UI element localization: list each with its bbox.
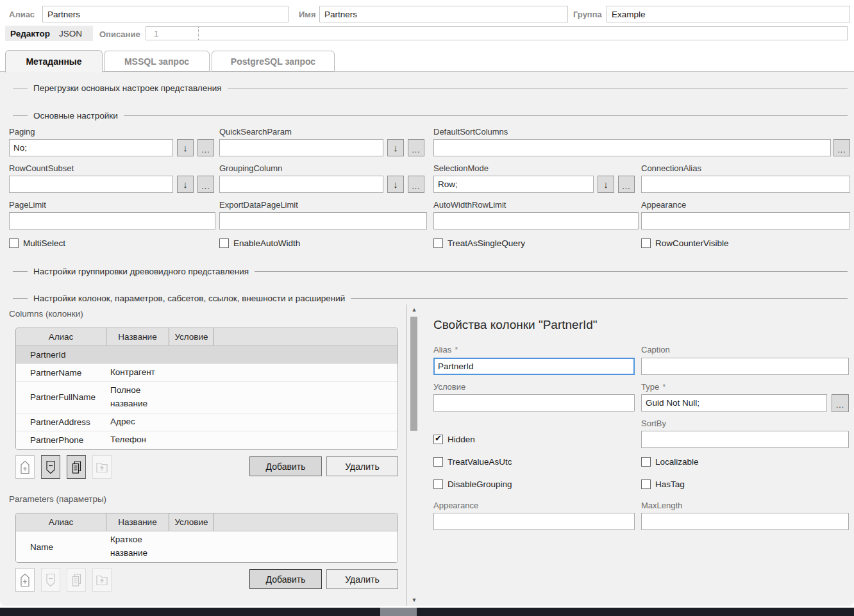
paging-input[interactable] (9, 139, 173, 156)
cell-alias[interactable]: PartnerId (16, 346, 106, 363)
checkbox-box[interactable] (433, 457, 443, 467)
cell-condition[interactable] (169, 364, 214, 381)
defaultsortcolumns-ellipsis-button[interactable]: ... (833, 139, 850, 156)
table-row[interactable]: PartnerId (16, 346, 398, 364)
rowcountsubset-ellipsis-button[interactable]: ... (197, 176, 214, 193)
column-header-name[interactable]: Название (106, 328, 169, 345)
selectionmode-input[interactable] (433, 176, 594, 193)
localizable-checkbox[interactable]: Localizable (641, 457, 699, 467)
checkbox-box[interactable] (433, 479, 443, 489)
cell-condition[interactable] (169, 413, 214, 431)
cell-alias[interactable]: Name (16, 531, 106, 562)
prop-appearance-input[interactable] (433, 513, 635, 530)
column-header-name[interactable]: Название (106, 513, 169, 531)
cell-alias[interactable]: PartnerName (16, 364, 106, 381)
selectionmode-dropdown-button[interactable]: ↓ (598, 176, 614, 193)
parameters-add-tag-button[interactable] (15, 568, 35, 592)
parameters-remove-tag-button[interactable] (41, 568, 60, 592)
column-header-alias[interactable]: Алиас (16, 328, 106, 345)
hastag-checkbox[interactable]: HasTag (641, 479, 685, 489)
table-row[interactable]: PartnerAddress Адрес (16, 413, 398, 431)
columns-remove-tag-button[interactable] (41, 455, 60, 479)
connectionalias-input[interactable] (641, 176, 850, 193)
enableautowidth-checkbox[interactable]: EnableAutoWidth (219, 238, 300, 248)
checkbox-box[interactable] (641, 238, 651, 248)
cell-name[interactable]: Краткое название (106, 531, 169, 562)
prop-type-ellipsis-button[interactable]: ... (832, 394, 849, 412)
checkbox-box[interactable] (9, 238, 19, 248)
quicksearchparam-input[interactable] (219, 139, 383, 156)
cell-name[interactable]: Полное название (106, 382, 169, 413)
cell-condition[interactable] (169, 531, 214, 562)
table-row[interactable]: PartnerFullName Полное название (16, 382, 398, 413)
cell-alias[interactable]: PartnerFullName (16, 382, 106, 413)
groupingcolumn-input[interactable] (219, 176, 383, 193)
treatassinglequery-checkbox[interactable]: TreatAsSingleQuery (433, 238, 525, 248)
cell-condition[interactable] (169, 382, 214, 413)
parameters-delete-button[interactable]: Удалить (326, 569, 398, 589)
prop-alias-input[interactable] (433, 358, 635, 375)
prop-caption-input[interactable] (641, 358, 849, 375)
parameters-folder-upload-button[interactable] (92, 568, 112, 592)
pagelimit-input[interactable] (9, 212, 215, 229)
cell-alias[interactable]: PartnerPhone (16, 431, 106, 449)
cell-name[interactable]: Телефон (106, 431, 169, 449)
columns-add-tag-button[interactable] (15, 455, 35, 479)
prop-sortby-input[interactable] (641, 431, 849, 448)
prop-maxlength-input[interactable] (641, 513, 849, 530)
parameters-copy-button[interactable] (67, 568, 86, 592)
cell-condition[interactable] (169, 431, 214, 449)
autowidthrowlimit-input[interactable] (433, 212, 639, 229)
disablegrouping-checkbox[interactable]: DisableGrouping (433, 479, 512, 489)
groupingcolumn-dropdown-button[interactable]: ↓ (387, 176, 404, 193)
paging-dropdown-button[interactable]: ↓ (177, 139, 194, 156)
checkbox-box[interactable] (433, 435, 443, 444)
name-input[interactable] (319, 6, 568, 22)
cell-name[interactable]: Адрес (106, 413, 169, 431)
parameters-add-button[interactable]: Добавить (249, 569, 322, 589)
prop-condition-input[interactable] (433, 394, 635, 412)
cell-name[interactable] (106, 346, 169, 363)
cell-condition[interactable] (169, 346, 214, 363)
tab-metadata[interactable]: Метаданные (5, 50, 103, 72)
treatvalueasutc-checkbox[interactable]: TreatValueAsUtc (433, 457, 512, 467)
column-header-condition[interactable]: Условие (169, 513, 214, 531)
column-header-alias[interactable]: Алиас (16, 513, 106, 531)
horizontal-scrollbar-thumb[interactable] (380, 608, 417, 616)
checkbox-box[interactable] (433, 238, 443, 248)
defaultsortcolumns-input[interactable] (433, 139, 831, 156)
prop-type-input[interactable] (641, 394, 827, 412)
tab-postgresql-query[interactable]: PostgreSQL запрос (212, 51, 335, 72)
groupingcolumn-ellipsis-button[interactable]: ... (408, 176, 424, 193)
description-input[interactable]: 1 (146, 26, 848, 40)
checkbox-box[interactable] (641, 457, 651, 467)
column-header-condition[interactable]: Условие (169, 328, 214, 345)
tab-mssql-query[interactable]: MSSQL запрос (104, 51, 210, 72)
description-text-cell[interactable] (199, 27, 847, 40)
rowcountsubset-input[interactable] (9, 176, 173, 193)
checkbox-box[interactable] (219, 238, 229, 248)
columns-folder-upload-button[interactable] (92, 455, 112, 479)
scroll-down-button[interactable]: ▼ (409, 595, 419, 604)
exportdatapagelimit-input[interactable] (219, 212, 427, 229)
checkbox-box[interactable] (641, 479, 651, 489)
table-row[interactable]: Name Краткое название (16, 531, 398, 562)
alias-input[interactable] (42, 6, 289, 22)
cell-name[interactable]: Контрагент (106, 364, 169, 381)
quicksearchparam-ellipsis-button[interactable]: ... (408, 139, 424, 156)
multiselect-checkbox[interactable]: MultiSelect (9, 238, 65, 248)
group-input[interactable] (607, 6, 850, 22)
scroll-up-button[interactable]: ▲ (409, 305, 419, 314)
columns-copy-button[interactable] (67, 455, 86, 479)
scrollbar-thumb[interactable] (410, 317, 417, 431)
appearance-input[interactable] (641, 212, 850, 229)
paging-ellipsis-button[interactable]: ... (197, 139, 214, 156)
table-row[interactable]: PartnerPhone Телефон (16, 431, 398, 449)
selectionmode-ellipsis-button[interactable]: ... (618, 176, 635, 193)
cell-alias[interactable]: PartnerAddress (16, 413, 106, 431)
columns-delete-button[interactable]: Удалить (326, 456, 398, 476)
quicksearchparam-dropdown-button[interactable]: ↓ (387, 139, 404, 156)
description-version-cell[interactable]: 1 (146, 27, 199, 40)
columns-add-button[interactable]: Добавить (249, 456, 322, 476)
rowcountervisible-checkbox[interactable]: RowCounterVisible (641, 238, 729, 248)
